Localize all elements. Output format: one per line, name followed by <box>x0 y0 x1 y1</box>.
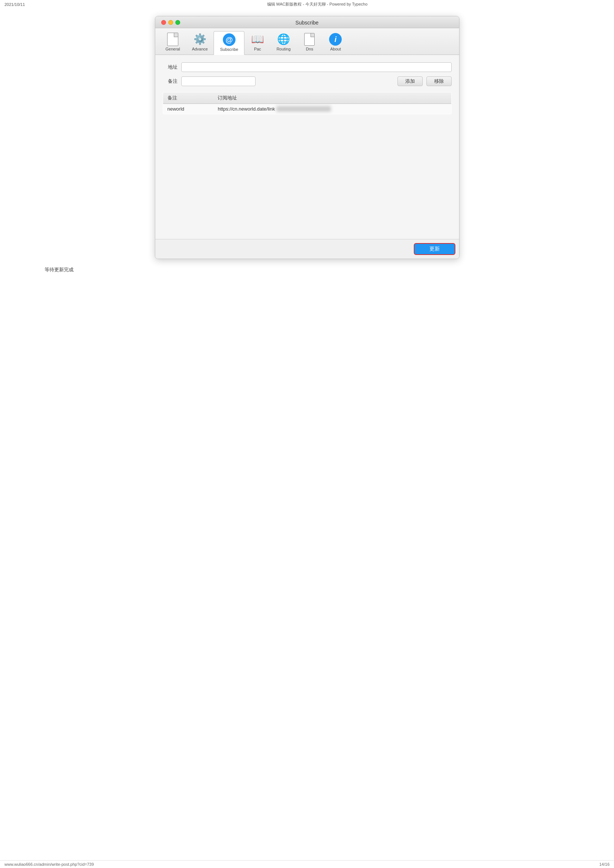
page-status: 等待更新完成 <box>22 259 592 277</box>
tab-about-label: About <box>330 47 341 51</box>
table-empty-area <box>163 120 452 232</box>
tab-advance-label: Advance <box>192 47 208 51</box>
cell-url: https://cn.neworld.date/link ███████████… <box>213 104 451 114</box>
address-label: 地址 <box>163 64 177 71</box>
traffic-light-yellow[interactable] <box>168 20 173 25</box>
status-text: 等待更新完成 <box>45 267 73 273</box>
update-button[interactable]: 更新 <box>414 243 455 255</box>
add-button[interactable]: 添加 <box>398 76 423 86</box>
toolbar: General ⚙️ Advance @ Subscribe 📖 <box>155 28 459 55</box>
blurred-url: ████████████████ <box>276 106 331 112</box>
advance-icon: ⚙️ <box>193 33 207 46</box>
content-area: 地址 备注 添加 移除 备注 订阅地址 <box>155 55 459 239</box>
traffic-light-green[interactable] <box>175 20 180 25</box>
note-row: 备注 添加 移除 <box>163 76 452 86</box>
tab-routing-label: Routing <box>276 47 291 51</box>
bottom-bar: 更新 <box>155 239 459 259</box>
note-input[interactable] <box>181 76 256 86</box>
address-input[interactable] <box>181 62 452 72</box>
browser-bar: 2021/10/11 编辑 MAC新版教程 - 今天好无聊 - Powered … <box>0 0 614 9</box>
dns-icon <box>303 33 316 46</box>
address-row: 地址 <box>163 62 452 72</box>
tab-subscribe-label: Subscribe <box>220 47 238 51</box>
tab-about[interactable]: i About <box>322 31 348 54</box>
pac-icon: 📖 <box>251 33 264 46</box>
title-bar: Subscribe <box>155 16 459 28</box>
note-label: 备注 <box>163 78 177 85</box>
tab-subscribe[interactable]: @ Subscribe <box>214 31 244 55</box>
table-row[interactable]: neworldhttps://cn.neworld.date/link ████… <box>163 104 451 114</box>
tab-dns-label: Dns <box>306 47 314 51</box>
subscribe-icon: @ <box>222 33 236 46</box>
table-header: 备注 订阅地址 <box>163 92 451 104</box>
cell-note: neworld <box>163 104 213 114</box>
general-icon <box>166 33 179 46</box>
tab-general[interactable]: General <box>160 31 186 54</box>
browser-title: 编辑 MAC新版教程 - 今天好无聊 - Powered by Typecho <box>25 2 609 7</box>
subscribe-table: 备注 订阅地址 neworldhttps://cn.neworld.date/l… <box>163 92 452 114</box>
browser-date: 2021/10/11 <box>5 2 25 7</box>
remove-button[interactable]: 移除 <box>426 76 452 86</box>
tab-dns[interactable]: Dns <box>297 31 322 54</box>
about-icon: i <box>329 33 342 46</box>
window: Subscribe General ⚙️ Advance @ <box>155 16 460 259</box>
tab-general-label: General <box>166 47 180 51</box>
col-url: 订阅地址 <box>213 92 451 104</box>
tab-pac[interactable]: 📖 Pac <box>244 31 270 54</box>
routing-icon: 🌐 <box>277 33 290 46</box>
col-note: 备注 <box>163 92 213 104</box>
page-wrapper: Subscribe General ⚙️ Advance @ <box>0 9 614 292</box>
tab-routing[interactable]: 🌐 Routing <box>270 31 297 54</box>
table-body: neworldhttps://cn.neworld.date/link ████… <box>163 104 451 114</box>
traffic-light-red[interactable] <box>161 20 166 25</box>
tab-pac-label: Pac <box>254 47 261 51</box>
tab-advance[interactable]: ⚙️ Advance <box>186 31 214 54</box>
traffic-lights <box>161 20 180 25</box>
window-title: Subscribe <box>295 20 318 26</box>
